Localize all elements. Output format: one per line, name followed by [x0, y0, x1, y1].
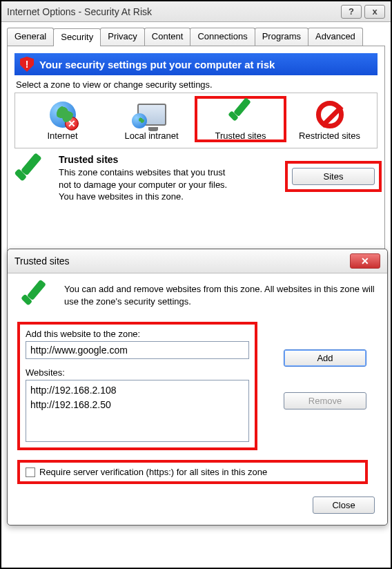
add-website-label: Add this website to the zone: [26, 329, 249, 339]
require-https-row[interactable]: Require server verification (https:) for… [20, 463, 365, 481]
security-tab-panel: ! Your security settings put your comput… [7, 46, 385, 267]
zone-intranet[interactable]: Local intranet [107, 97, 196, 141]
checkmark-large-icon [12, 155, 48, 192]
zone-restricted-label: Restricted sites [285, 131, 374, 141]
close-button[interactable]: x [364, 5, 385, 19]
globe-icon: ✕ [50, 102, 76, 128]
trusted-desc-2: You have websites in this zone. [59, 191, 231, 203]
x-badge-icon: ✕ [65, 117, 79, 131]
dialog-info: You can add and remove websites from thi… [20, 283, 375, 314]
window-title: Internet Options - Security At Risk [7, 6, 338, 17]
globe-small-icon [132, 113, 147, 128]
dialog-close-button[interactable]: ✕ [350, 253, 380, 269]
zone-list: ✕ Internet Local intranet Trusted sites … [14, 93, 378, 148]
tab-strip: General Security Privacy Content Connect… [1, 22, 391, 46]
tab-programs[interactable]: Programs [255, 28, 308, 46]
add-website-input[interactable] [26, 341, 249, 359]
tab-connections[interactable]: Connections [190, 28, 255, 46]
require-https-label: Require server verification (https:) for… [39, 467, 267, 477]
tab-security[interactable]: Security [53, 28, 101, 46]
trusted-heading: Trusted sites [59, 154, 231, 165]
trusted-sites-dialog: Trusted sites ✕ You can add and remove w… [7, 249, 388, 525]
help-button[interactable]: ? [341, 5, 362, 19]
no-entry-icon [316, 101, 344, 128]
zone-trusted[interactable]: Trusted sites [196, 97, 285, 141]
dialog-titlebar: Trusted sites ✕ [8, 249, 387, 273]
zone-prompt: Select a zone to view or change security… [16, 79, 378, 90]
warning-bar: ! Your security settings put your comput… [14, 53, 378, 75]
warning-text: Your security settings put your computer… [39, 59, 275, 70]
require-https-checkbox[interactable] [26, 467, 35, 477]
tab-general[interactable]: General [7, 28, 54, 46]
checkmark-icon [226, 99, 256, 130]
zone-trusted-label: Trusted sites [196, 131, 285, 141]
zone-intranet-label: Local intranet [107, 131, 196, 141]
zone-internet[interactable]: ✕ Internet [18, 97, 107, 141]
sites-button-highlight: Sites [288, 164, 379, 189]
checkmark-dialog-icon [19, 282, 57, 315]
tab-privacy[interactable]: Privacy [100, 28, 145, 46]
titlebar: Internet Options - Security At Risk ? x [1, 1, 391, 22]
shield-alert-icon: ! [20, 57, 34, 72]
websites-listbox[interactable]: http://192.168.2.108 http://192.168.2.50 [26, 380, 249, 442]
dialog-title: Trusted sites [14, 255, 70, 267]
zone-internet-label: Internet [18, 131, 107, 141]
sites-button[interactable]: Sites [292, 168, 375, 185]
list-item[interactable]: http://192.168.2.108 [30, 383, 244, 398]
add-button[interactable]: Add [284, 349, 366, 367]
zone-restricted[interactable]: Restricted sites [285, 97, 374, 141]
trusted-desc-1: This zone contains websites that you tru… [59, 166, 231, 191]
dialog-info-text: You can add and remove websites from thi… [64, 283, 375, 308]
list-item[interactable]: http://192.168.2.50 [30, 398, 244, 412]
tab-advanced[interactable]: Advanced [308, 28, 363, 46]
remove-button[interactable]: Remove [284, 392, 366, 409]
add-site-area: Add this website to the zone: Websites: … [20, 325, 255, 447]
tab-content[interactable]: Content [144, 28, 191, 46]
websites-label: Websites: [26, 367, 249, 378]
dialog-close-footer-button[interactable]: Close [313, 496, 375, 514]
